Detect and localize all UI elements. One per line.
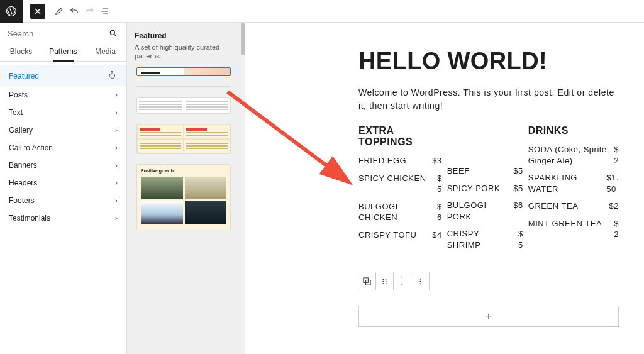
category-headers[interactable]: Headers›: [0, 174, 126, 192]
menu-item-name: CRISPY TOFU: [358, 230, 428, 241]
menu-item-price: $ 6: [437, 201, 442, 223]
menu-col-3[interactable]: DRINKS SODA (Coke, Sprite, Ginger Ale)$ …: [528, 125, 619, 257]
move-arrows-icon[interactable]: ⌃⌄: [394, 272, 411, 290]
svg-point-4: [382, 279, 384, 280]
menu-heading: EXTRA TOPPINGS: [358, 125, 442, 148]
cursor-hand-icon: [108, 70, 118, 82]
category-label: Footers: [9, 196, 35, 205]
svg-point-11: [419, 280, 421, 282]
pattern-category-list: Featured Posts› Text› Gallery› Call to A…: [0, 62, 126, 354]
category-text[interactable]: Text›: [0, 104, 126, 121]
block-inserter-sidebar: Blocks Patterns Media Featured Posts› Te…: [0, 23, 127, 354]
menu-item-price: $3: [432, 155, 442, 167]
edit-mode-icon[interactable]: [52, 4, 67, 19]
editor-canvas[interactable]: HELLO WORLD! Welcome to WordPress. This …: [245, 23, 644, 354]
menu-item-price: $ 2: [614, 218, 619, 240]
menu-item-name: BULGOGI CHICKEN: [358, 201, 433, 223]
menu-item-name: SPICY PORK: [447, 183, 510, 194]
tab-blocks[interactable]: Blocks: [0, 42, 42, 61]
menu-item-price: $2: [609, 201, 619, 212]
pattern-thumb-5[interactable]: Positive growth.: [136, 164, 231, 230]
svg-point-8: [386, 280, 387, 282]
category-label: Headers: [9, 179, 37, 187]
chevron-right-icon: ›: [115, 214, 118, 223]
category-label: Posts: [9, 91, 28, 99]
menu-item-price: $4: [432, 230, 442, 241]
chevron-right-icon: ›: [115, 108, 118, 117]
menu-item-price: $5: [513, 183, 523, 194]
chevron-right-icon: ›: [115, 126, 118, 135]
menu-item-name: SODA (Coke, Sprite, Ginger Ale): [528, 144, 610, 166]
category-banners[interactable]: Banners›: [0, 157, 126, 174]
svg-point-9: [386, 282, 387, 284]
patterns-preview-panel: Featured A set of high quality curated p…: [127, 23, 240, 354]
chevron-right-icon: ›: [115, 196, 118, 205]
category-posts[interactable]: Posts›: [0, 86, 126, 104]
tab-patterns[interactable]: Patterns: [42, 42, 84, 61]
search-input[interactable]: [8, 29, 119, 38]
patterns-heading: Featured: [135, 31, 167, 40]
category-label: Gallery: [9, 126, 33, 135]
pattern-thumb-2[interactable]: [136, 86, 231, 87]
svg-point-6: [382, 282, 384, 284]
plus-icon: +: [486, 311, 491, 322]
drag-handle-icon[interactable]: [376, 272, 394, 290]
wordpress-logo-icon[interactable]: [0, 0, 23, 23]
tab-media[interactable]: Media: [84, 42, 126, 61]
chevron-right-icon: ›: [115, 143, 118, 152]
undo-icon[interactable]: [67, 4, 82, 19]
patterns-scrollbar[interactable]: [240, 23, 245, 354]
document-outline-icon[interactable]: [97, 4, 112, 19]
menu-heading: DRINKS: [528, 125, 619, 136]
pattern-thumb-contact[interactable]: Contact: [136, 67, 231, 76]
category-footers[interactable]: Footers›: [0, 192, 126, 209]
menu-item-price: $ 5: [518, 228, 523, 250]
chevron-right-icon: ›: [115, 179, 118, 187]
post-intro[interactable]: Welcome to WordPress. This is your first…: [358, 86, 619, 113]
menu-item-name: BULGOGI PORK: [447, 200, 510, 222]
menu-item-price: $5: [513, 165, 523, 177]
pattern-thumb-3[interactable]: [136, 97, 231, 114]
menu-item-price: $6: [513, 200, 523, 222]
category-label: Featured: [9, 72, 39, 80]
category-label: Text: [9, 108, 23, 117]
menu-item-name: SPARKLING WATER: [528, 172, 603, 194]
menu-item-name: MINT GREEN TEA: [528, 218, 610, 240]
inserter-tabs: Blocks Patterns Media: [0, 42, 126, 62]
thumb5-heading: Positive growth.: [141, 169, 226, 173]
svg-point-5: [382, 280, 384, 282]
menu-item-name: SPICY CHICKEN: [358, 173, 433, 195]
menu-item-name: CRISPY SHRIMP: [447, 228, 514, 250]
category-label: Banners: [9, 161, 37, 170]
close-inserter-button[interactable]: [30, 4, 45, 19]
category-label: Call to Action: [9, 143, 53, 152]
more-options-icon[interactable]: [411, 272, 429, 290]
search-icon: [109, 29, 118, 40]
menu-columns-block[interactable]: EXTRA TOPPINGS FRIED EGG$3 SPICY CHICKEN…: [358, 125, 619, 257]
menu-col-2[interactable]: BEEF$5 SPICY PORK$5 BULGOGI PORK$6 CRISP…: [447, 125, 523, 257]
editor-top-toolbar: [0, 0, 644, 23]
menu-item-name: FRIED EGG: [358, 155, 428, 167]
category-testimonials[interactable]: Testimonials›: [0, 209, 126, 227]
block-type-icon[interactable]: [358, 272, 376, 290]
menu-item-name: GREEN TEA: [528, 201, 606, 212]
add-block-button[interactable]: +: [358, 306, 619, 327]
svg-point-10: [419, 278, 421, 279]
svg-point-12: [419, 283, 421, 284]
pattern-thumb-4[interactable]: [136, 124, 231, 154]
svg-point-1: [110, 30, 114, 35]
menu-item-price: $1. 50: [606, 172, 619, 194]
chevron-right-icon: ›: [115, 91, 118, 99]
menu-col-1[interactable]: EXTRA TOPPINGS FRIED EGG$3 SPICY CHICKEN…: [358, 125, 442, 257]
menu-item-name: BEEF: [447, 165, 510, 177]
post-title[interactable]: HELLO WORLD!: [358, 48, 619, 75]
category-cta[interactable]: Call to Action›: [0, 139, 126, 157]
menu-item-price: $ 2: [614, 144, 619, 166]
category-gallery[interactable]: Gallery›: [0, 121, 126, 139]
category-label: Testimonials: [9, 214, 50, 223]
svg-point-7: [386, 279, 387, 280]
redo-icon[interactable]: [82, 4, 97, 19]
block-toolbar[interactable]: ⌃⌄: [358, 272, 430, 290]
category-featured[interactable]: Featured: [0, 65, 126, 86]
menu-item-price: $ 5: [437, 173, 442, 195]
